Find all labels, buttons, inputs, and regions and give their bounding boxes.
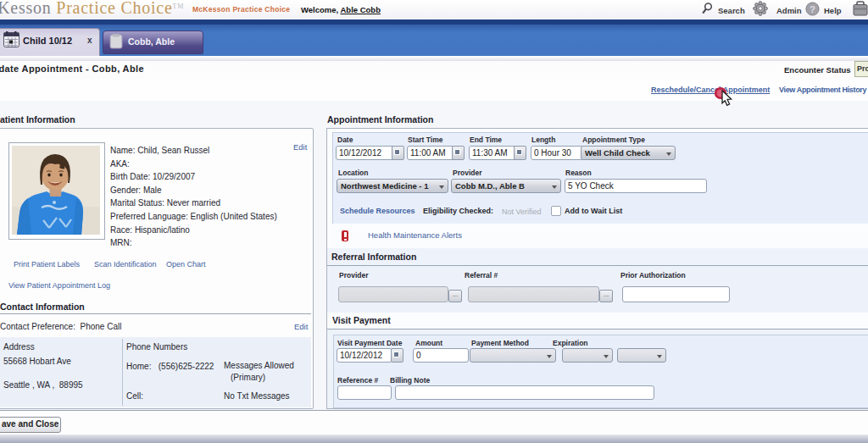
- svg-text:?: ?: [810, 4, 815, 14]
